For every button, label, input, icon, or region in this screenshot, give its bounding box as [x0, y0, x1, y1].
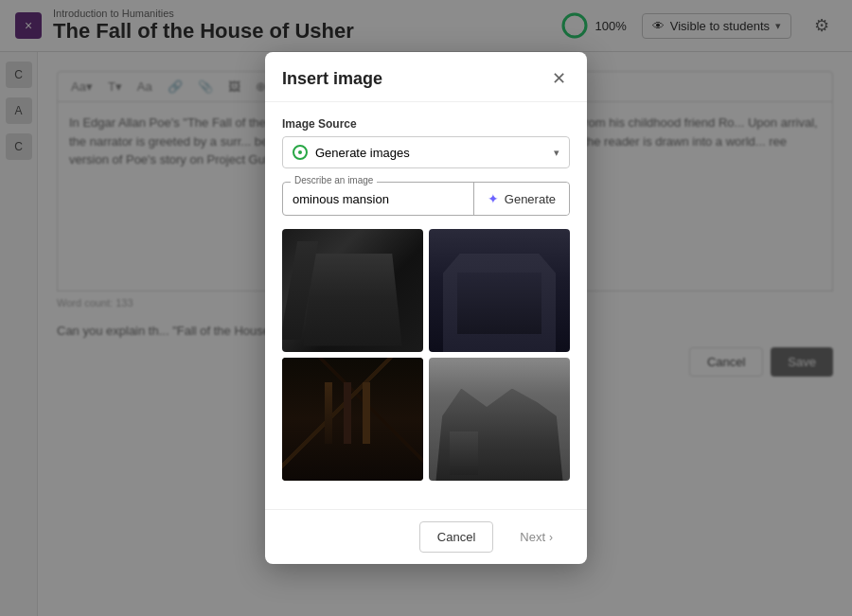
- sparkle-icon: ✦: [488, 191, 499, 206]
- modal-cancel-button[interactable]: Cancel: [419, 521, 493, 553]
- modal-next-button[interactable]: Next ›: [503, 522, 570, 552]
- generated-image-3[interactable]: [282, 358, 423, 481]
- modal-footer: Cancel Next ›: [265, 509, 587, 564]
- generated-image-2[interactable]: [429, 229, 570, 352]
- next-label: Next: [520, 530, 545, 544]
- source-select-dropdown[interactable]: Generate images ▾: [282, 136, 570, 168]
- describe-field-label: Describe an image: [291, 175, 377, 185]
- modal-overlay: Insert image ✕ Image Source Generate ima…: [0, 0, 852, 616]
- image-grid: [282, 229, 570, 481]
- source-select-inner: Generate images: [293, 145, 410, 160]
- generated-image-1[interactable]: [282, 229, 423, 352]
- source-option-label: Generate images: [315, 146, 410, 160]
- modal-close-button[interactable]: ✕: [547, 67, 570, 90]
- source-label: Image Source: [282, 117, 570, 131]
- generated-image-4[interactable]: [429, 358, 570, 481]
- insert-image-modal: Insert image ✕ Image Source Generate ima…: [265, 52, 587, 564]
- next-chevron-icon: ›: [549, 531, 553, 544]
- describe-field-wrapper: Describe an image ✦ Generate: [282, 182, 570, 216]
- modal-header: Insert image ✕: [265, 52, 587, 102]
- describe-input[interactable]: [283, 184, 473, 215]
- modal-body: Image Source Generate images ▾ Describe …: [265, 102, 587, 509]
- generate-label: Generate: [505, 192, 556, 206]
- generate-button[interactable]: ✦ Generate: [473, 183, 569, 215]
- source-chevron-icon: ▾: [554, 147, 559, 159]
- generate-icon: [293, 145, 308, 160]
- modal-title: Insert image: [282, 69, 382, 89]
